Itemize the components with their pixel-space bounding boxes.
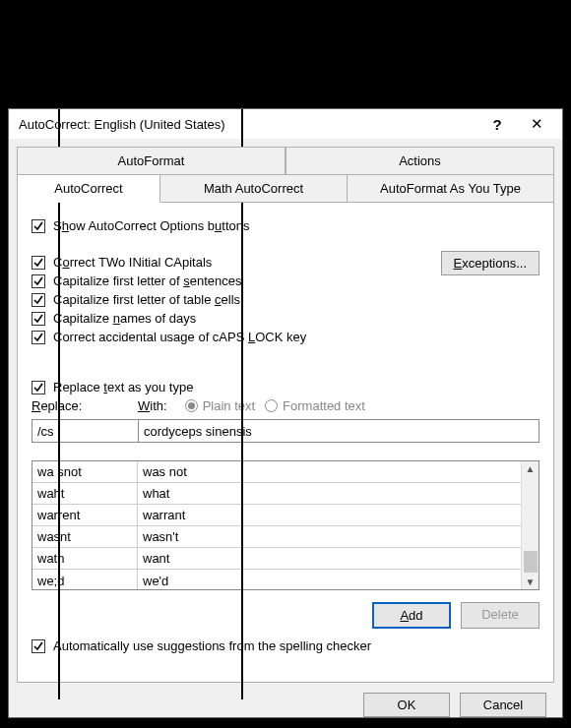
tab-autoformat[interactable]: AutoFormat: [17, 147, 286, 174]
checkbox-icon: [32, 293, 45, 307]
check-label: Automatically use suggestions from the s…: [53, 638, 371, 653]
cell-to: we'd: [138, 574, 521, 588]
cell-from: waht: [32, 483, 138, 504]
check-label: Show AutoCorrect Options buttons: [53, 218, 249, 233]
tab-panel-autocorrect: Show AutoCorrect Options buttons Correct…: [17, 203, 554, 683]
tab-math-autocorrect[interactable]: Math AutoCorrect: [160, 174, 348, 203]
check-two-initial-capitals[interactable]: Correct TWo INitial CApitals: [32, 255, 441, 270]
with-label: With:: [138, 398, 167, 413]
check-first-letter-sentences[interactable]: Capitalize first letter of sentences: [32, 273, 441, 288]
checkbox-icon: [32, 381, 45, 394]
close-icon[interactable]: ✕: [517, 115, 556, 133]
radio-formatted-text: [265, 399, 278, 412]
cell-from: we;d: [32, 570, 138, 589]
replace-label: Replace:: [32, 398, 138, 413]
check-label: Replace text as you type: [53, 380, 193, 394]
check-label: Correct accidental usage of cAPS LOCK ke…: [53, 330, 306, 344]
check-label: Capitalize first letter of sentences: [53, 273, 241, 288]
radio-plain-label: Plain text: [203, 398, 255, 413]
dialog-client: AutoFormat Actions AutoCorrect Math Auto…: [9, 139, 562, 717]
tab-autocorrect[interactable]: AutoCorrect: [17, 174, 160, 203]
check-first-letter-table-cells[interactable]: Capitalize first letter of table cells: [32, 292, 441, 307]
tab-row-front: AutoCorrect Math AutoCorrect AutoFormat …: [17, 174, 554, 203]
list-row[interactable]: wasntwasn't: [32, 526, 521, 548]
replace-input[interactable]: [32, 419, 138, 443]
list-scrollbar[interactable]: ▲ ▼: [521, 461, 539, 589]
tab-row-back: AutoFormat Actions: [17, 147, 554, 174]
scroll-down-icon[interactable]: ▼: [526, 575, 536, 589]
delete-button: Delete: [461, 602, 539, 629]
list-buttons: Add Delete: [32, 602, 539, 629]
check-replace-as-you-type[interactable]: Replace text as you type: [32, 380, 539, 394]
replacement-list[interactable]: wa snotwas not wahtwhat warrentwarrant w…: [32, 460, 539, 590]
titlebar: AutoCorrect: English (United States) ? ✕: [9, 109, 562, 139]
list-row[interactable]: watnwant: [32, 548, 521, 570]
radio-formatted-label: Formatted text: [283, 398, 365, 413]
dialog-buttons: OK Cancel: [17, 683, 554, 717]
list-body: wa snotwas not wahtwhat warrentwarrant w…: [32, 461, 521, 589]
check-show-options[interactable]: Show AutoCorrect Options buttons: [32, 218, 539, 233]
help-icon[interactable]: ?: [477, 116, 517, 133]
checkbox-icon: [32, 331, 45, 344]
list-row[interactable]: warrentwarrant: [32, 505, 521, 526]
check-label: Correct TWo INitial CApitals: [53, 255, 212, 270]
radio-plain-text: [185, 399, 198, 412]
cell-to: was not: [138, 464, 521, 479]
checkbox-icon: [32, 256, 45, 270]
cell-to: want: [138, 551, 521, 566]
cell-to: warrant: [138, 508, 521, 522]
check-auto-suggestions[interactable]: Automatically use suggestions from the s…: [32, 638, 539, 653]
autocorrect-dialog: AutoCorrect: English (United States) ? ✕…: [8, 108, 563, 718]
check-caps-lock[interactable]: Correct accidental usage of cAPS LOCK ke…: [32, 330, 441, 344]
check-names-of-days[interactable]: Capitalize names of days: [32, 311, 441, 326]
with-input[interactable]: [138, 419, 539, 443]
tab-autoformat-as-you-type[interactable]: AutoFormat As You Type: [348, 174, 554, 203]
checkbox-icon: [32, 219, 45, 233]
cell-from: watn: [32, 548, 138, 569]
check-label: Capitalize names of days: [53, 311, 196, 326]
cell-from: wasnt: [32, 526, 138, 547]
list-row[interactable]: wa snotwas not: [32, 461, 521, 483]
replace-with-labels: Replace: With: Plain text Formatted text: [32, 398, 539, 413]
check-label: Capitalize first letter of table cells: [53, 292, 240, 307]
exceptions-button[interactable]: Exceptions...: [441, 251, 539, 275]
checkbox-icon: [32, 639, 45, 653]
list-row[interactable]: we;dwe'd: [32, 570, 521, 589]
ok-button[interactable]: OK: [363, 693, 450, 717]
checkbox-icon: [32, 312, 45, 326]
scroll-thumb[interactable]: [524, 551, 538, 573]
replace-with-inputs: [32, 419, 539, 443]
scroll-up-icon[interactable]: ▲: [526, 461, 536, 476]
checkbox-icon: [32, 274, 45, 288]
cell-from: wa snot: [32, 461, 138, 482]
cancel-button[interactable]: Cancel: [460, 693, 546, 717]
dialog-title: AutoCorrect: English (United States): [19, 117, 477, 132]
list-row[interactable]: wahtwhat: [32, 483, 521, 505]
cell-to: what: [138, 486, 521, 501]
cell-to: wasn't: [138, 529, 521, 544]
tab-actions[interactable]: Actions: [286, 147, 554, 174]
cell-from: warrent: [32, 505, 138, 525]
add-button[interactable]: Add: [372, 602, 451, 629]
